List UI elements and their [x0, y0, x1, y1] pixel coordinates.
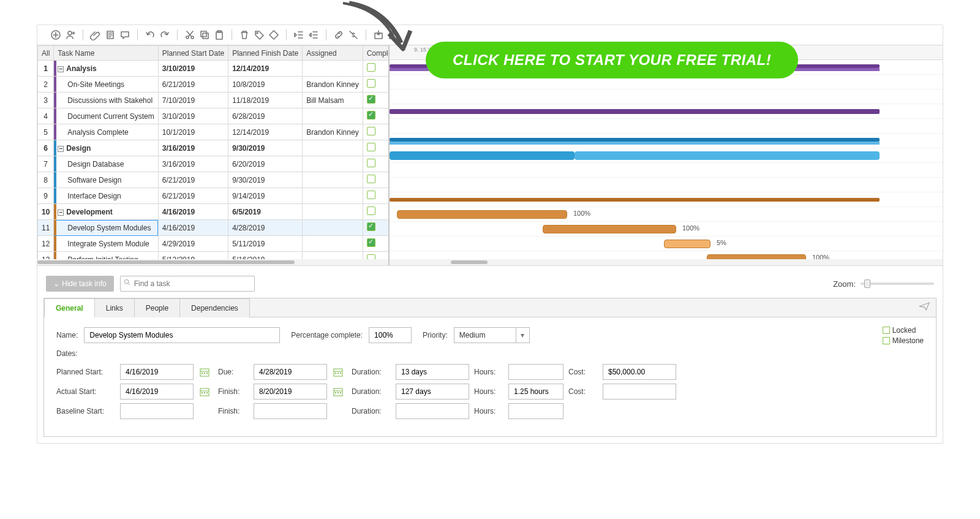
task-name-cell[interactable]: −Analysis — [54, 61, 158, 77]
gantt-bar-testing[interactable] — [664, 240, 710, 248]
find-task-input[interactable] — [120, 276, 255, 292]
grid-scrollbar[interactable] — [37, 259, 388, 265]
planned-finish-cell[interactable]: 9/30/2019 — [228, 172, 303, 188]
table-row[interactable]: 9Interface Design6/21/20199/14/2019 — [38, 188, 390, 204]
planned-start-cell[interactable]: 3/10/2019 — [158, 108, 228, 124]
complete-cell[interactable] — [363, 236, 390, 252]
collapse-icon[interactable]: − — [58, 146, 64, 152]
complete-cell[interactable] — [363, 172, 390, 188]
planned-finish-cell[interactable]: 9/14/2019 — [228, 188, 303, 204]
outdent-icon[interactable] — [293, 29, 305, 41]
note-icon[interactable] — [104, 29, 116, 41]
task-name-cell[interactable]: −Development — [54, 204, 158, 220]
planned-finish-cell[interactable]: 4/28/2019 — [228, 220, 303, 236]
planned-finish-cell[interactable]: 11/18/2019 — [228, 93, 303, 108]
complete-checkbox[interactable] — [367, 111, 375, 119]
complete-checkbox[interactable] — [367, 127, 375, 135]
planned-finish-cell[interactable]: 6/28/2019 — [228, 108, 303, 124]
milestone-checkbox[interactable] — [883, 337, 890, 344]
planned-start-cell[interactable]: 7/10/2019 — [158, 93, 228, 108]
baseline-finish-input[interactable] — [254, 403, 327, 419]
zoom-slider[interactable] — [861, 282, 934, 285]
planned-start-cell[interactable]: 4/16/2019 — [158, 204, 228, 220]
name-input[interactable] — [84, 327, 280, 343]
gantt-bar-integrate[interactable] — [543, 225, 676, 233]
task-name-cell[interactable]: Document Current System — [54, 108, 158, 124]
gantt-bar-develop-modules[interactable] — [397, 210, 567, 219]
planned-start-cell[interactable]: 6/21/2019 — [158, 188, 228, 204]
cut-icon[interactable] — [184, 29, 196, 41]
indent-icon[interactable] — [307, 29, 320, 41]
calendar-icon[interactable] — [198, 366, 211, 378]
table-row[interactable]: 8Software Design6/21/20199/30/2019 — [38, 172, 390, 188]
planned-start-cell[interactable]: 3/16/2019 — [158, 156, 228, 172]
complete-checkbox[interactable] — [367, 95, 375, 104]
task-name-cell[interactable]: −Design — [54, 140, 158, 156]
task-name-cell[interactable]: Design Database — [54, 156, 158, 172]
complete-checkbox[interactable] — [367, 222, 375, 231]
complete-cell[interactable] — [363, 188, 390, 204]
planned-start-cell[interactable]: 6/21/2019 — [158, 77, 228, 93]
table-row[interactable]: 12Integrate System Module4/29/20195/11/2… — [38, 236, 390, 252]
gantt-bar-doc-system[interactable] — [390, 109, 880, 114]
table-row[interactable]: 5Analysis Complete10/1/201912/14/2019Bra… — [38, 124, 390, 140]
gantt-scrollbar[interactable] — [390, 259, 943, 265]
complete-checkbox[interactable] — [367, 79, 375, 88]
table-row[interactable]: 7Design Database3/16/20196/20/2019 — [38, 156, 390, 172]
collapse-icon[interactable]: − — [58, 210, 64, 216]
cost2-input[interactable] — [603, 384, 676, 400]
assigned-cell[interactable] — [303, 172, 363, 188]
table-row[interactable]: 6−Design3/16/20199/30/2019 — [38, 140, 390, 156]
table-row[interactable]: 2On-Site Meetings6/21/201910/8/2019Brand… — [38, 77, 390, 93]
complete-checkbox[interactable] — [367, 175, 375, 183]
planned-start-cell[interactable]: 4/16/2019 — [158, 220, 228, 236]
assigned-cell[interactable] — [303, 188, 363, 204]
assigned-cell[interactable]: Brandon Kinney — [303, 124, 363, 140]
actual-start-input[interactable] — [120, 384, 194, 400]
task-grid[interactable]: All Task Name Planned Start Date Planned… — [37, 45, 390, 265]
attach-icon[interactable] — [89, 29, 102, 41]
planned-start-cell[interactable]: 3/10/2019 — [158, 61, 228, 77]
assigned-cell[interactable]: Bill Malsam — [303, 93, 363, 108]
comment-icon[interactable] — [119, 29, 131, 41]
assigned-cell[interactable] — [303, 220, 363, 236]
task-name-cell[interactable]: Develop System Modules — [54, 220, 158, 236]
planned-finish-cell[interactable]: 12/14/2019 — [228, 61, 303, 77]
table-row[interactable]: 10−Development4/16/20196/5/2019 — [38, 204, 390, 220]
complete-cell[interactable] — [363, 77, 390, 93]
task-name-cell[interactable]: Discussions with Stakehol — [54, 93, 158, 108]
planned-start-cell[interactable]: 10/1/2019 — [158, 124, 228, 140]
cost-input[interactable] — [603, 364, 676, 380]
assigned-cell[interactable] — [303, 140, 363, 156]
due-input[interactable] — [254, 364, 327, 380]
send-icon[interactable] — [913, 298, 936, 317]
task-name-cell[interactable]: On-Site Meetings — [54, 77, 158, 93]
hours2-input[interactable] — [508, 384, 564, 400]
task-name-cell[interactable]: Software Design — [54, 172, 158, 188]
task-name-cell[interactable]: Integrate System Module — [54, 236, 158, 252]
priority-select[interactable]: Medium ▾ — [454, 327, 530, 343]
complete-cell[interactable] — [363, 220, 390, 236]
copy-icon[interactable] — [198, 29, 211, 41]
duration2-input[interactable] — [396, 384, 469, 400]
complete-cell[interactable] — [363, 108, 390, 124]
complete-cell[interactable] — [363, 93, 390, 108]
complete-checkbox[interactable] — [367, 206, 375, 215]
diamond-icon[interactable] — [268, 29, 280, 41]
planned-start-input[interactable] — [120, 364, 194, 380]
assigned-cell[interactable] — [303, 108, 363, 124]
gantt-bar-development[interactable] — [390, 198, 880, 202]
hide-task-info-button[interactable]: ⌄Hide task info — [46, 276, 114, 292]
planned-finish-cell[interactable]: 12/14/2019 — [228, 124, 303, 140]
delete-icon[interactable] — [238, 29, 251, 41]
hours1-input[interactable] — [508, 364, 564, 380]
table-row[interactable]: 4Document Current System3/10/20196/28/20… — [38, 108, 390, 124]
complete-checkbox[interactable] — [367, 191, 375, 199]
cta-button[interactable]: CLICK HERE TO START YOUR FREE TRIAL! — [426, 42, 798, 78]
planned-start-cell[interactable]: 3/16/2019 — [158, 140, 228, 156]
gantt-bar-design-db[interactable] — [390, 151, 575, 160]
table-row[interactable]: 3Discussions with Stakehol7/10/201911/18… — [38, 93, 390, 108]
complete-cell[interactable] — [363, 156, 390, 172]
planned-start-cell[interactable]: 4/29/2019 — [158, 236, 228, 252]
tag-icon[interactable] — [253, 29, 265, 41]
